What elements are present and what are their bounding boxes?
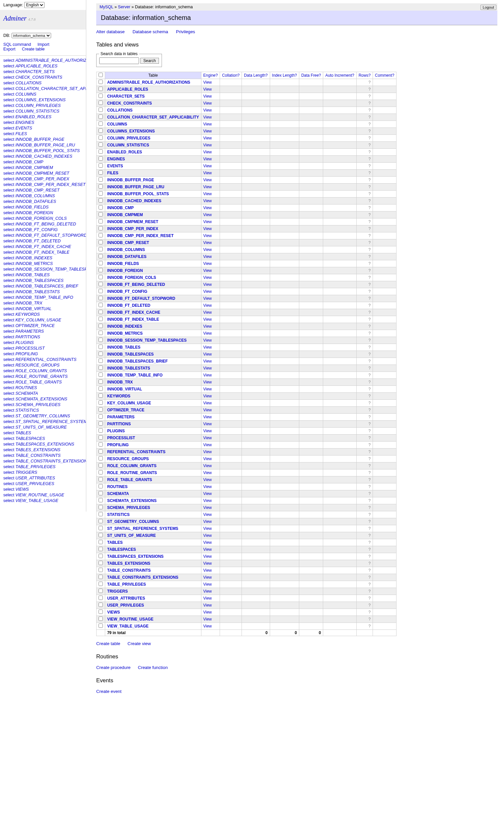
row-check[interactable] <box>99 310 103 314</box>
row-check[interactable] <box>99 352 103 356</box>
sidebar-select-link[interactable]: select <box>3 256 14 260</box>
sidebar-table-link[interactable]: ST_UNITS_OF_MEASURE <box>15 425 67 430</box>
sidebar-select-link[interactable]: select <box>3 69 14 74</box>
table-name-link[interactable]: INNODB_FT_CONFIG <box>107 289 147 294</box>
row-check[interactable] <box>99 449 103 453</box>
sidebar-select-link[interactable]: select <box>3 312 14 317</box>
row-check[interactable] <box>99 94 103 98</box>
sidebar-select-link[interactable]: select <box>3 103 14 108</box>
table-name-link[interactable]: REFERENTIAL_CONSTRAINTS <box>107 449 166 454</box>
rows-count-link[interactable]: ? <box>368 199 371 203</box>
row-check[interactable] <box>99 275 103 279</box>
rows-count-link[interactable]: ? <box>368 457 371 461</box>
table-name-link[interactable]: INNODB_CMP_PER_INDEX_RESET <box>107 233 173 238</box>
sidebar-select-link[interactable]: select <box>3 81 14 85</box>
engine-view-link[interactable]: View <box>203 582 212 587</box>
row-check[interactable] <box>99 268 103 272</box>
engine-view-link[interactable]: View <box>203 596 212 601</box>
sidebar-select-link[interactable]: select <box>3 193 14 198</box>
table-name-link[interactable]: SCHEMA_PRIVILEGES <box>107 505 150 510</box>
rows-count-link[interactable]: ? <box>368 240 371 245</box>
rows-count-link[interactable]: ? <box>368 129 371 133</box>
table-name-link[interactable]: ST_SPATIAL_REFERENCE_SYSTEMS <box>107 526 178 531</box>
row-check[interactable] <box>99 456 103 461</box>
sidebar-select-link[interactable]: select <box>3 233 14 238</box>
sidebar-select-link[interactable]: select <box>3 210 14 215</box>
sidebar-table-link[interactable]: TABLESPACES_EXTENSIONS <box>15 442 74 446</box>
sidebar-select-link[interactable]: select <box>3 126 14 130</box>
logout-button[interactable] <box>480 5 496 10</box>
sidebar-table-link[interactable]: COLUMN_STATISTICS <box>15 109 59 113</box>
sidebar-table-link[interactable]: INNODB_CMPMEM_RESET <box>15 171 69 176</box>
table-name-link[interactable]: ROLE_COLUMN_GRANTS <box>107 464 157 468</box>
rows-count-link[interactable]: ? <box>368 108 371 112</box>
engine-view-link[interactable]: View <box>203 129 212 133</box>
row-check[interactable] <box>99 212 103 216</box>
row-check[interactable] <box>99 191 103 196</box>
create-function-link[interactable]: Create function <box>138 665 168 670</box>
table-name-link[interactable]: ENGINES <box>107 157 125 161</box>
sidebar-select-link[interactable]: select <box>3 165 14 170</box>
sidebar-select-link[interactable]: select <box>3 335 14 339</box>
row-check[interactable] <box>99 205 103 209</box>
table-name-link[interactable]: INNODB_BUFFER_POOL_STATS <box>107 191 169 196</box>
engine-view-link[interactable]: View <box>203 206 212 210</box>
sidebar-select-link[interactable]: select <box>3 447 14 452</box>
sidebar-select-link[interactable]: select <box>3 261 14 266</box>
engine-view-link[interactable]: View <box>203 331 212 336</box>
engine-view-link[interactable]: View <box>203 219 212 224</box>
doc-index-length[interactable]: ? <box>295 73 297 78</box>
rows-count-link[interactable]: ? <box>368 519 371 524</box>
table-name-link[interactable]: STATISTICS <box>107 512 130 517</box>
engine-view-link[interactable]: View <box>203 373 212 378</box>
sidebar-table-link[interactable]: TABLESPACES <box>15 436 45 441</box>
row-check[interactable] <box>99 170 103 175</box>
sidebar-select-link[interactable]: select <box>3 470 14 475</box>
sidebar-table-link[interactable]: ROUTINES <box>15 386 37 390</box>
col-comment[interactable]: Comment <box>375 73 392 78</box>
rows-count-link[interactable]: ? <box>368 401 371 406</box>
engine-view-link[interactable]: View <box>203 401 212 406</box>
sidebar-table-link[interactable]: ROLE_ROUTINE_GRANTS <box>15 374 67 379</box>
rows-count-link[interactable]: ? <box>368 610 371 615</box>
sidebar-select-link[interactable]: select <box>3 143 14 148</box>
sidebar-table-link[interactable]: INNODB_FT_DEFAULT_STOPWORD <box>15 233 86 238</box>
rows-count-link[interactable]: ? <box>368 505 371 510</box>
sidebar-table-link[interactable]: INNODB_BUFFER_POOL_STATS <box>15 149 80 153</box>
sidebar-select-link[interactable]: select <box>3 109 14 113</box>
sidebar-select-link[interactable]: select <box>3 216 14 221</box>
row-check[interactable] <box>99 484 103 488</box>
engine-view-link[interactable]: View <box>203 394 212 398</box>
breadcrumb-driver[interactable]: MySQL <box>100 5 113 9</box>
sidebar-table-link[interactable]: USER_PRIVILEGES <box>15 482 54 486</box>
sidebar-table-link[interactable]: PARTITIONS <box>15 335 40 339</box>
privileges-link[interactable]: Privileges <box>176 29 195 34</box>
sidebar-select-link[interactable]: select <box>3 160 14 164</box>
table-name-link[interactable]: PLUGINS <box>107 428 125 433</box>
row-check[interactable] <box>99 324 103 328</box>
sidebar-table-link[interactable]: INNODB_FIELDS <box>15 205 49 209</box>
rows-count-link[interactable]: ? <box>368 568 371 573</box>
doc-auto-increment[interactable]: ? <box>352 73 354 78</box>
rows-count-link[interactable]: ? <box>368 338 371 343</box>
table-name-link[interactable]: INNODB_DATAFILES <box>107 254 146 259</box>
sidebar-select-link[interactable]: select <box>3 284 14 288</box>
engine-view-link[interactable]: View <box>203 624 212 628</box>
sidebar-select-link[interactable]: select <box>3 120 14 125</box>
engine-view-link[interactable]: View <box>203 178 212 182</box>
table-name-link[interactable]: EVENTS <box>107 164 123 168</box>
rows-count-link[interactable]: ? <box>368 603 371 607</box>
row-check[interactable] <box>99 407 103 412</box>
rows-count-link[interactable]: ? <box>368 554 371 559</box>
sidebar-select-link[interactable]: select <box>3 307 14 311</box>
rows-count-link[interactable]: ? <box>368 122 371 127</box>
sidebar-select-link[interactable]: select <box>3 131 14 136</box>
col-data-length[interactable]: Data Length <box>244 73 265 78</box>
table-name-link[interactable]: COLLATION_CHARACTER_SET_APPLICABILITY <box>107 115 199 120</box>
table-name-link[interactable]: OPTIMIZER_TRACE <box>107 408 144 412</box>
engine-view-link[interactable]: View <box>203 233 212 238</box>
engine-view-link[interactable]: View <box>203 338 212 343</box>
engine-view-link[interactable]: View <box>203 317 212 322</box>
sidebar-select-link[interactable]: select <box>3 75 14 80</box>
rows-count-link[interactable]: ? <box>368 157 371 161</box>
